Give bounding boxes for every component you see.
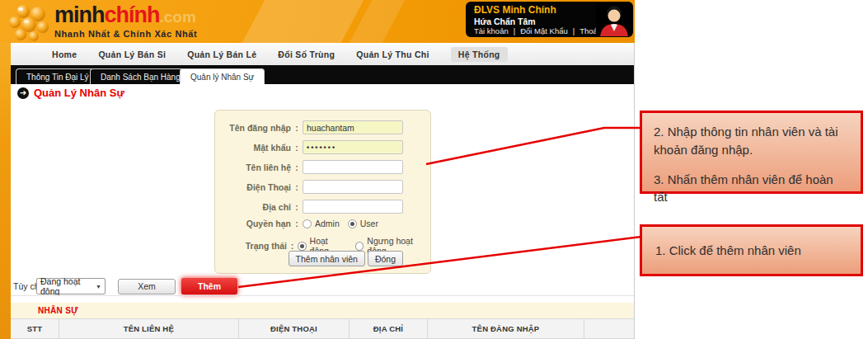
phone-input[interactable] — [303, 180, 403, 194]
password-label: Mật khẩu — [215, 143, 291, 153]
label-colon: : — [291, 162, 303, 172]
radio-unchecked-icon[interactable] — [355, 242, 364, 251]
add-button-highlighted[interactable]: Thêm — [181, 278, 237, 294]
annotation-steps-box: 2. Nhập thông tin nhân viên và tài khoản… — [640, 111, 863, 194]
annotation-step-3: 3. Nhấn thêm nhân viên để hoàn tất — [654, 171, 849, 207]
link-separator: | — [573, 26, 575, 35]
column-header-ten-lien-he: TÊN LIÊN HỆ — [59, 319, 239, 338]
filter-row: Tùy chọn: Đang hoạt động ▼ Xem Thêm — [11, 277, 634, 295]
staff-section-title: NHÂN SỰ — [38, 306, 78, 315]
password-input[interactable] — [303, 140, 403, 154]
staff-form: Tên đăng nhập : Mật khẩu : Tên liên hệ :… — [214, 110, 431, 274]
radio-unchecked-icon[interactable] — [303, 219, 312, 228]
nav-item-home[interactable]: Home — [52, 49, 77, 59]
agency-name: ĐLVS Minh Chính — [474, 4, 556, 16]
arrow-circle-icon: ➜ — [17, 87, 29, 99]
radio-checked-icon[interactable] — [298, 242, 306, 251]
change-password-link[interactable]: Đổi Mật Khẩu — [520, 26, 568, 35]
annotation-click-box: 1. Click để thêm nhân viên — [640, 224, 863, 276]
tab-bar: Thông Tin Đại Lý Danh Sách Bạn Hàng Quản… — [11, 65, 634, 84]
filter-selected-value: Đang hoạt động — [40, 276, 101, 296]
content-area: Home Quản Lý Bán Sỉ Quản Lý Bán Lẻ Đổi S… — [11, 43, 635, 339]
tab-quan-ly-nhan-su[interactable]: Quản lý Nhân Sự — [180, 68, 265, 84]
nav-item-quan-ly-ban-si[interactable]: Quản Lý Bán Sỉ — [98, 49, 166, 59]
phone-label: Điện Thoại — [215, 182, 291, 192]
radio-checked-icon[interactable] — [348, 219, 357, 228]
view-button[interactable]: Xem — [118, 279, 176, 294]
screenshot-canvas: minhchính.com Nhanh Nhất & Chính Xác Nhấ… — [0, 0, 868, 339]
logo-text: minhchính.com Nhanh Nhất & Chính Xác Nhấ… — [54, 3, 197, 39]
username-input[interactable] — [303, 120, 403, 134]
user-name: Hứa Chẩn Tâm — [474, 16, 536, 26]
page-title: Quản Lý Nhân Sự — [34, 87, 124, 99]
label-colon: : — [291, 219, 303, 228]
label-colon: : — [291, 123, 303, 133]
logo-tagline: Nhanh Nhất & Chính Xác Nhất — [54, 29, 197, 39]
username-label: Tên đăng nhập — [215, 123, 291, 133]
label-colon: : — [287, 241, 298, 251]
link-separator: | — [514, 26, 515, 35]
web-page: minhchính.com Nhanh Nhất & Chính Xác Nhấ… — [0, 0, 635, 339]
account-link[interactable]: Tài khoản — [474, 26, 509, 35]
section-title-row: ➜ Quản Lý Nhân Sự — [17, 87, 124, 99]
nav-item-doi-so-trung[interactable]: Đổi Số Trùng — [278, 49, 335, 59]
address-input[interactable] — [303, 200, 403, 214]
column-header-stt: STT — [11, 319, 59, 338]
add-staff-button[interactable]: Thêm nhân viên — [289, 251, 365, 266]
logo-word-chinh: chính — [105, 2, 160, 27]
nav-item-quan-ly-ban-le[interactable]: Quản Lý Bán Lẻ — [187, 49, 256, 59]
site-header: minhchính.com Nhanh Nhất & Chính Xác Nhấ… — [0, 0, 635, 43]
close-button[interactable]: Đóng — [368, 251, 403, 266]
site-logo[interactable]: minhchính.com Nhanh Nhất & Chính Xác Nhấ… — [7, 3, 197, 41]
chevron-down-icon: ▼ — [96, 284, 101, 290]
tab-thong-tin-dai-ly[interactable]: Thông Tin Đại Lý — [16, 68, 100, 84]
staff-section-header: NHÂN SỰ — [11, 303, 634, 318]
logo-word-minh: minh — [54, 2, 105, 27]
role-user-label: User — [360, 219, 378, 228]
logo-word-com: .com — [160, 8, 196, 26]
form-buttons: Thêm nhân viên Đóng — [289, 251, 403, 266]
label-colon: : — [291, 143, 303, 153]
contact-name-label: Tên liên hệ — [215, 162, 291, 172]
user-links: Tài khoản | Đổi Mật Khẩu | Thoát — [474, 26, 600, 35]
user-panel: ĐLVS Minh Chính Hứa Chẩn Tâm Tài khoản |… — [466, 2, 633, 37]
user-avatar — [596, 2, 632, 36]
address-label: Địa chỉ — [215, 202, 291, 212]
column-header-dia-chi: ĐỊA CHỈ — [350, 319, 428, 338]
role-admin-label: Admin — [315, 219, 340, 228]
avatar-person-icon — [596, 2, 632, 36]
logo-balls-icon — [7, 3, 49, 41]
main-nav: Home Quản Lý Bán Sỉ Quản Lý Bán Lẻ Đổi S… — [11, 43, 634, 65]
role-label: Quyền hạn — [215, 219, 291, 228]
tab-danh-sach-ban-hang[interactable]: Danh Sách Bạn Hàng — [90, 68, 191, 84]
divider — [11, 295, 634, 296]
nav-item-quan-ly-thu-chi[interactable]: Quản Lý Thu Chi — [356, 49, 429, 59]
status-filter-select[interactable]: Đang hoạt động ▼ — [36, 278, 106, 294]
role-radio-group: Admin User — [303, 219, 378, 228]
column-header-ten-dang-nhap: TÊN ĐĂNG NHẬP — [428, 319, 585, 338]
annotation-step-1: 1. Click để thêm nhân viên — [655, 243, 801, 257]
column-header-dien-thoai: ĐIỆN THOẠI — [239, 319, 350, 338]
staff-table-header: STT TÊN LIÊN HỆ ĐIỆN THOẠI ĐỊA CHỈ TÊN Đ… — [11, 318, 634, 339]
role-user-option[interactable]: User — [348, 219, 378, 228]
status-label: Trạng thái — [215, 241, 287, 251]
contact-name-input[interactable] — [303, 160, 403, 174]
column-header-empty — [584, 319, 634, 338]
nav-item-he-thong[interactable]: Hệ Thống — [451, 47, 508, 62]
label-colon: : — [291, 202, 303, 212]
annotation-step-2: 2. Nhập thông tin nhân viên và tài khoản… — [654, 123, 849, 159]
label-colon: : — [291, 182, 303, 192]
role-admin-option[interactable]: Admin — [303, 219, 340, 228]
